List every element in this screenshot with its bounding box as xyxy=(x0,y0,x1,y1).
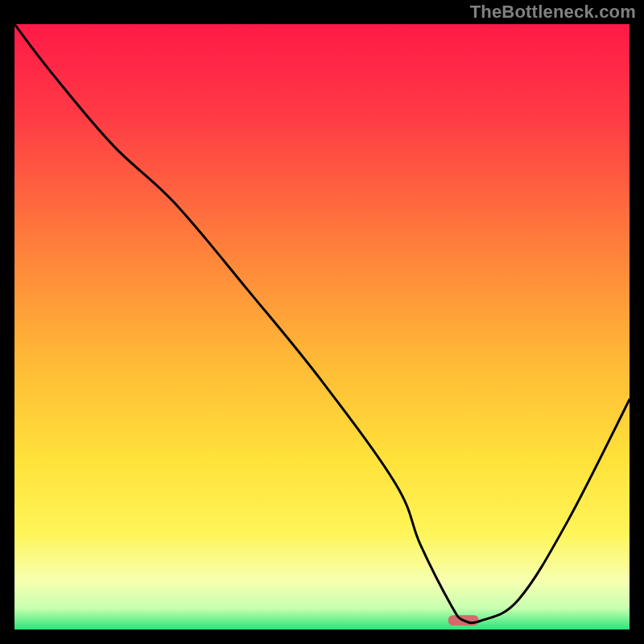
chart-frame: TheBottleneck.com xyxy=(0,0,644,644)
watermark-text: TheBottleneck.com xyxy=(470,2,636,23)
plot-area xyxy=(14,24,630,630)
gradient-background xyxy=(14,24,630,630)
plot-svg xyxy=(14,24,630,630)
